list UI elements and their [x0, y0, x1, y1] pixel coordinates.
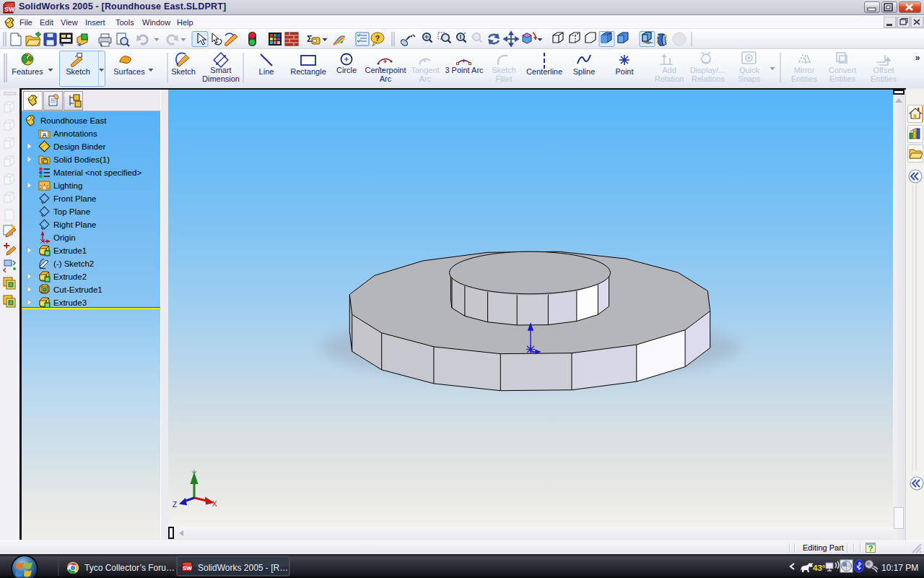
svg-text:Features: Features: [12, 67, 43, 76]
svg-text:Circle: Circle: [336, 66, 357, 74]
svg-text:Extrude2: Extrude2: [53, 272, 87, 281]
svg-text:Relation: Relation: [655, 74, 684, 83]
svg-text:SW: SW: [4, 6, 15, 13]
svg-text:Tyco Collector’s Foru…: Tyco Collector’s Foru…: [84, 563, 175, 573]
svg-text:43°: 43°: [813, 564, 826, 572]
svg-text:Quick: Quick: [739, 66, 760, 74]
svg-text:Origin: Origin: [53, 233, 76, 242]
svg-text:Arc: Arc: [380, 74, 392, 83]
svg-text:Entities: Entities: [829, 74, 856, 83]
svg-text:Convert: Convert: [829, 66, 857, 74]
svg-text:A: A: [42, 131, 47, 139]
svg-text:Sketch: Sketch: [66, 67, 90, 76]
svg-text:Lighting: Lighting: [53, 181, 82, 190]
svg-text:Centerpoint: Centerpoint: [365, 66, 406, 74]
svg-text:Offset: Offset: [873, 66, 894, 74]
svg-text:X: X: [212, 500, 217, 508]
svg-text:Design Binder: Design Binder: [53, 142, 105, 151]
svg-text:SolidWorks 2005 - [R…: SolidWorks 2005 - [R…: [198, 563, 288, 573]
svg-text:(-) Sketch2: (-) Sketch2: [53, 259, 94, 268]
svg-text:Material <not specified>: Material <not specified>: [53, 168, 141, 177]
svg-text:Mirror: Mirror: [794, 66, 815, 74]
svg-text:Centerline: Centerline: [526, 67, 562, 76]
svg-text:Top Plane: Top Plane: [53, 207, 90, 216]
svg-text:Point: Point: [615, 67, 633, 76]
svg-text:Sketch: Sketch: [171, 67, 196, 76]
svg-text:Spline: Spline: [573, 67, 596, 76]
svg-text:10:17 PM: 10:17 PM: [881, 563, 918, 573]
svg-text:3 Point Arc: 3 Point Arc: [445, 66, 484, 74]
svg-text:Sketch: Sketch: [492, 66, 516, 74]
svg-text:Cut-Extrude1: Cut-Extrude1: [53, 285, 103, 294]
svg-text:Surfaces: Surfaces: [113, 67, 145, 76]
svg-text:Rectangle: Rectangle: [290, 67, 326, 76]
svg-text:Fillet: Fillet: [495, 74, 512, 83]
svg-text:Extrude3: Extrude3: [53, 298, 87, 307]
svg-text:Annotations: Annotations: [53, 129, 97, 138]
svg-text:Relations: Relations: [692, 74, 725, 83]
svg-text:Roundhouse East: Roundhouse East: [40, 116, 107, 125]
svg-text:SW: SW: [183, 565, 192, 571]
svg-text:Dimension: Dimension: [202, 74, 240, 83]
svg-text:Front Plane: Front Plane: [53, 194, 96, 203]
svg-text:Solid Bodies(1): Solid Bodies(1): [53, 155, 110, 164]
svg-text:Tangent: Tangent: [411, 66, 439, 74]
svg-text:»: »: [915, 53, 920, 63]
svg-text:Extrude1: Extrude1: [53, 246, 87, 255]
svg-text:?: ?: [868, 544, 873, 553]
svg-text:Line: Line: [259, 67, 274, 76]
svg-text:Snaps: Snaps: [738, 74, 761, 83]
svg-text:Display/…: Display/…: [690, 66, 726, 74]
svg-text:?: ?: [375, 34, 380, 43]
svg-text:Arc: Arc: [419, 74, 432, 83]
svg-text:Smart: Smart: [210, 66, 231, 74]
svg-text:Add: Add: [662, 66, 676, 74]
svg-text:Right Plane: Right Plane: [53, 220, 96, 229]
svg-text:Entities: Entities: [871, 74, 897, 83]
svg-text:Entities: Entities: [791, 74, 818, 83]
svg-text:Z: Z: [173, 501, 177, 509]
